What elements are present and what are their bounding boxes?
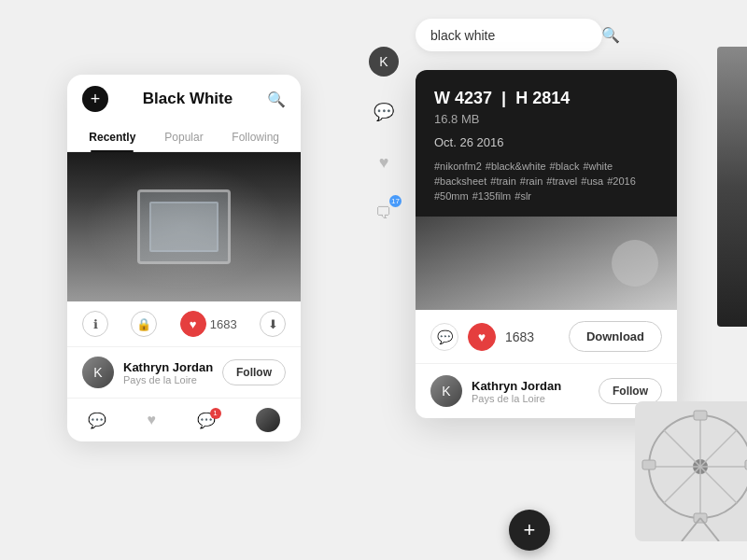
image-detail-actions: 💬 ♥ 1683 Download xyxy=(416,310,677,363)
detail-chat-button[interactable]: 💬 xyxy=(430,323,458,351)
download-button[interactable]: ⬇ xyxy=(260,311,286,337)
sidebar-avatar[interactable]: K xyxy=(369,47,399,77)
detail-avatar: K xyxy=(430,375,462,407)
card-tabs: Recently Popular Following xyxy=(67,123,301,152)
main-content: 🔍 W 4237 | H 2814 16.8 MB Oct. 26 2016 #… xyxy=(416,19,747,418)
search-icon[interactable]: 🔍 xyxy=(267,91,286,108)
tag: #2016 xyxy=(607,175,636,187)
tag: #usa xyxy=(581,175,603,187)
sidebar-comment-icon[interactable]: 🗨 17 xyxy=(369,198,399,228)
follow-button[interactable]: Follow xyxy=(222,359,286,385)
tag: #135film xyxy=(472,190,512,202)
like-count: 1683 xyxy=(210,317,237,331)
detail-left-actions: 💬 ♥ 1683 xyxy=(430,323,534,351)
image-date: Oct. 26 2016 xyxy=(434,135,658,149)
image-size: 16.8 MB xyxy=(434,112,658,126)
chat-icon: 💬 xyxy=(437,329,453,344)
image-dimensions: W 4237 | H 2814 xyxy=(434,89,658,108)
user-info: Kathryn Jordan Pays de la Loire xyxy=(123,360,222,385)
sidebar-icons: K 💬 ♥ 🗨 17 xyxy=(369,47,399,228)
right-panel: K 💬 ♥ 🗨 17 🔍 W 4237 | H 2814 xyxy=(369,19,747,560)
train-window xyxy=(137,189,231,264)
download-icon: ⬇ xyxy=(268,317,278,331)
tab-following[interactable]: Following xyxy=(219,123,291,151)
image-preview xyxy=(416,217,677,310)
tag: #train xyxy=(490,175,516,187)
tag: #white xyxy=(583,161,613,172)
tag: #backsheet xyxy=(434,175,486,187)
tag: #travel xyxy=(546,175,577,187)
heart-icon: ♥ xyxy=(190,317,197,331)
comment-badge: 17 xyxy=(389,195,402,207)
fab-button[interactable]: + xyxy=(509,510,550,551)
tag: #black&white xyxy=(486,161,546,172)
detail-follow-button[interactable]: Follow xyxy=(599,378,662,404)
preview-circle xyxy=(612,240,658,287)
sidebar-chat-icon[interactable]: 💬 xyxy=(369,97,399,127)
avatar: K xyxy=(82,357,114,388)
user-location: Pays de la Loire xyxy=(123,374,222,385)
tab-recently[interactable]: Recently xyxy=(77,123,148,151)
card-bottom-nav: 💬 ♥ 💬 1 xyxy=(67,398,301,441)
card-user: K Kathryn Jordan Pays de la Loire Follow xyxy=(67,347,301,398)
info-button[interactable]: ℹ xyxy=(82,311,108,337)
ferris-wheel-svg xyxy=(635,401,747,541)
card-header: + Black White 🔍 xyxy=(67,75,301,123)
bottom-comment-icon[interactable]: 💬 1 xyxy=(197,412,216,429)
chat-icon: 💬 xyxy=(374,102,394,122)
tag: #rain xyxy=(520,175,543,187)
tag: #slr xyxy=(514,190,531,202)
image-tags: #nikonfm2 #black&white #black #white #ba… xyxy=(434,161,658,202)
tag: #black xyxy=(550,161,580,172)
download-button[interactable]: Download xyxy=(569,321,662,352)
info-icon: ℹ xyxy=(93,317,98,331)
bottom-chat-icon[interactable]: 💬 xyxy=(88,412,106,429)
search-bar: 🔍 xyxy=(416,19,602,51)
image-detail-card: W 4237 | H 2814 16.8 MB Oct. 26 2016 #ni… xyxy=(416,70,677,418)
detail-like-count: 1683 xyxy=(505,329,534,344)
svg-rect-7 xyxy=(694,411,707,420)
svg-rect-9 xyxy=(642,460,655,469)
comment-badge: 1 xyxy=(210,408,221,419)
tag: #50mm xyxy=(434,190,469,202)
card-title: Black White xyxy=(143,90,233,108)
detail-user-info: Kathryn Jordan Pays de la Loire xyxy=(472,379,599,404)
card-actions: ℹ 🔒 ♥ 1683 ⬇ xyxy=(67,301,301,347)
svg-rect-0 xyxy=(635,401,747,541)
comment-icon: 🗨 xyxy=(375,203,392,223)
search-input[interactable] xyxy=(430,28,594,43)
right-edge-image xyxy=(717,47,747,327)
heart-icon: ♥ xyxy=(379,153,389,173)
lock-button[interactable]: 🔒 xyxy=(131,311,157,337)
card-image xyxy=(67,152,301,301)
ferris-wheel-image xyxy=(635,401,747,541)
tab-popular[interactable]: Popular xyxy=(148,123,220,151)
tag: #nikonfm2 xyxy=(434,161,482,172)
like-group: ♥ 1683 xyxy=(180,311,237,337)
mobile-card: + Black White 🔍 Recently Popular Followi… xyxy=(67,75,301,441)
user-name: Kathryn Jordan xyxy=(123,360,222,374)
detail-user-location: Pays de la Loire xyxy=(472,393,599,404)
sidebar-heart-icon[interactable]: ♥ xyxy=(369,147,399,177)
detail-heart-button[interactable]: ♥ xyxy=(468,323,496,351)
bottom-avatar[interactable] xyxy=(256,408,280,432)
image-detail-top: W 4237 | H 2814 16.8 MB Oct. 26 2016 #ni… xyxy=(416,70,677,217)
add-button[interactable]: + xyxy=(82,86,108,112)
heart-icon: ♥ xyxy=(478,329,486,344)
bottom-heart-icon[interactable]: ♥ xyxy=(147,412,156,428)
search-icon[interactable]: 🔍 xyxy=(601,26,620,44)
heart-button[interactable]: ♥ xyxy=(180,311,206,337)
detail-user-name: Kathryn Jordan xyxy=(472,379,599,393)
lock-icon: 🔒 xyxy=(136,317,151,331)
